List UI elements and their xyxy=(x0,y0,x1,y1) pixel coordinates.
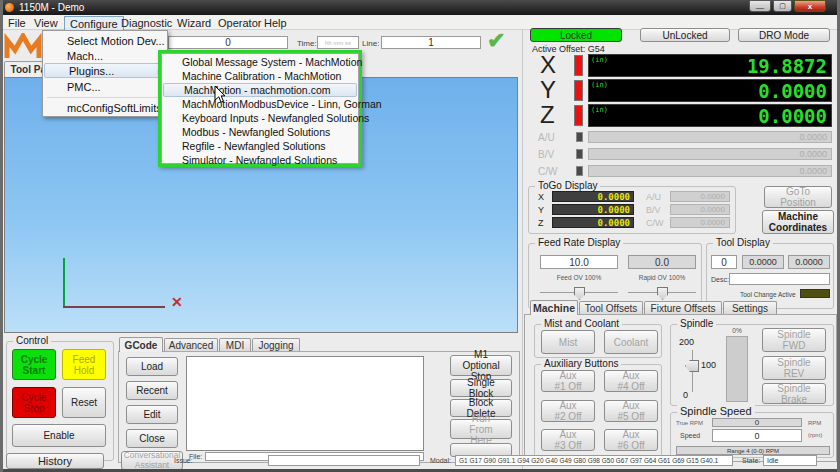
submenu-item-modbus[interactable]: Modbus - Newfangled Solutions xyxy=(162,125,358,139)
cycle-stop-button[interactable]: Cycle Stop xyxy=(12,387,56,418)
tab-fixture-offsets[interactable]: Fixture Offsets xyxy=(644,301,722,315)
aux4-button[interactable]: Aux #4 Off xyxy=(604,370,658,392)
spindle-scale-0: 0 xyxy=(683,390,688,400)
tab-jogging[interactable]: Jogging xyxy=(252,338,300,352)
gcode-list[interactable] xyxy=(186,356,424,451)
tool-number-field[interactable]: 0 xyxy=(711,255,737,269)
enable-button[interactable]: Enable xyxy=(12,424,106,447)
submenu-item-global-message-system[interactable]: Global Message System - MachMotion xyxy=(162,55,358,69)
tab-advanced[interactable]: Advanced xyxy=(164,338,218,352)
goto-position-button[interactable]: GoTo Position xyxy=(764,186,832,208)
spindle-rev-button[interactable]: Spindle REV xyxy=(762,356,826,380)
aux5-button[interactable]: Aux #5 Off xyxy=(604,400,658,422)
submenu-item-machmotion[interactable]: MachMotion - machmotion.com xyxy=(163,83,357,97)
togo-au-value: 0.0000 xyxy=(701,192,725,201)
submenu-item-regfile[interactable]: Regfile - Newfangled Solutions xyxy=(162,139,358,153)
tool-offset1-field: 0.0000 xyxy=(742,255,784,269)
menu-item-mach[interactable]: Mach... xyxy=(43,48,167,63)
tab-mdi-label: MDI xyxy=(226,340,244,351)
spindle-brake-button[interactable]: Spindle Brake xyxy=(762,383,826,404)
cycle-start-button[interactable]: Cycle Start xyxy=(12,349,56,380)
tool-offset1-value: 0.0000 xyxy=(749,257,777,267)
machine-coordinates-button[interactable]: Machine Coordinates xyxy=(762,210,834,234)
menu-diagnostic[interactable]: Diagnostic xyxy=(121,17,172,29)
menu-item-pmc[interactable]: PMC... xyxy=(43,79,167,94)
speed-unit: (rpm) xyxy=(808,432,822,438)
elapsed-field: 0 xyxy=(168,36,288,49)
submenu-item-keyboard-inputs[interactable]: Keyboard Inputs - Newfangled Solutions xyxy=(162,111,358,125)
desc-field[interactable] xyxy=(729,273,830,285)
submenu-item-machmotion-modbus-device[interactable]: MachMotionModbusDevice - Linn, Gorman xyxy=(162,97,358,111)
menu-view[interactable]: View xyxy=(34,17,58,29)
load-button[interactable]: Load xyxy=(126,357,178,376)
close-button-gcode[interactable]: Close xyxy=(126,429,178,448)
dro-cw-display: 0.0000 xyxy=(588,165,832,177)
locked-button[interactable]: Locked xyxy=(530,28,622,42)
mist-coolant-group-label: Mist and Coolant xyxy=(541,318,622,329)
tab-settings[interactable]: Settings xyxy=(723,301,777,315)
tab-machine[interactable]: Machine xyxy=(530,300,578,315)
ok-check-icon: ✔ xyxy=(487,28,505,54)
dro-z-value: 0.0000 xyxy=(758,105,827,127)
title-bar[interactable]: 1150M - Demo — ▢ x xyxy=(0,0,840,15)
reset-button[interactable]: Reset xyxy=(62,387,106,418)
dro-x-unit: (in) xyxy=(591,56,608,64)
m1-optional-stop-button[interactable]: M1 Optional Stop xyxy=(450,355,512,376)
spindle-fwd-button[interactable]: Spindle FWD xyxy=(762,328,826,352)
togo-x-value: 0.0000 xyxy=(597,192,630,202)
submenu-item-simulator[interactable]: Simulator - Newfangled Solutions xyxy=(162,153,358,167)
tab-gcode[interactable]: GCode xyxy=(119,337,163,352)
feed-rate-field[interactable]: 10.0 xyxy=(540,255,618,269)
run-from-here-button[interactable]: Run From Here xyxy=(450,419,512,439)
tab-mdi[interactable]: MDI xyxy=(219,338,251,352)
edit-button[interactable]: Edit xyxy=(126,405,178,424)
single-block-button[interactable]: Single Block xyxy=(450,379,512,397)
menu-item-pmc-label: PMC... xyxy=(67,81,101,93)
mist-button[interactable]: Mist xyxy=(541,330,595,354)
line-label: Line: xyxy=(362,39,379,48)
menu-separator xyxy=(47,97,165,98)
aux1-button[interactable]: Aux #1 Off xyxy=(541,370,595,392)
true-rpm-unit: RPM xyxy=(808,420,821,426)
aux6-button[interactable]: Aux #6 Off xyxy=(604,429,658,451)
rapid-ov-label: Rapid OV 100% xyxy=(628,274,696,281)
rapid-rate-value: 0.0 xyxy=(655,257,669,268)
auxiliary-group-label: Auxiliary Buttons xyxy=(541,358,621,369)
unlocked-button[interactable]: UnLocked xyxy=(640,28,730,42)
feed-hold-button[interactable]: Feed Hold xyxy=(62,349,106,380)
aux2-button[interactable]: Aux #2 Off xyxy=(541,400,595,422)
menu-wizard[interactable]: Wizard xyxy=(177,17,211,29)
menu-item-mcconfigsoftlimits[interactable]: mcConfigSoftLimits xyxy=(43,100,167,115)
feed-rate-group-label: Feed Rate Display xyxy=(535,237,623,248)
window-title: 1150M - Demo xyxy=(19,2,84,13)
history-button[interactable]: History xyxy=(6,453,104,469)
toolpath-y-axis-line xyxy=(63,258,65,308)
speed-label: Speed xyxy=(680,432,700,439)
minimize-button[interactable]: — xyxy=(749,0,771,12)
issue-label: Issue: xyxy=(174,457,193,464)
state-field: Idle xyxy=(763,455,817,466)
menu-item-plugins-label: Plugins... xyxy=(69,65,114,77)
aux3-button[interactable]: Aux #3 Off xyxy=(541,429,595,451)
tab-tool-offsets[interactable]: Tool Offsets xyxy=(579,301,643,315)
menu-item-select-motion-dev[interactable]: Select Motion Dev... xyxy=(43,33,167,48)
submenu-item-global-message-system-label: Global Message System - MachMotion xyxy=(182,56,362,68)
close-button[interactable]: x xyxy=(794,0,826,12)
recent-button[interactable]: Recent xyxy=(126,381,178,400)
coolant-button[interactable]: Coolant xyxy=(604,330,658,354)
togo-z-display: 0.0000 xyxy=(552,217,634,228)
togo-cw-label: C/W xyxy=(646,218,664,228)
maximize-button[interactable]: ▢ xyxy=(773,0,792,12)
dro-mode-button[interactable]: DRO Mode xyxy=(738,28,830,42)
togo-bv-label: B/V xyxy=(646,205,661,215)
control-group-label: Control xyxy=(13,335,51,346)
speed-field[interactable]: 0 xyxy=(712,429,802,442)
menu-file[interactable]: File xyxy=(8,17,26,29)
submenu-item-machine-calibration[interactable]: Machine Calibration - MachMotion xyxy=(162,69,358,83)
togo-bv-value: 0.0000 xyxy=(701,205,725,214)
togo-y-label: Y xyxy=(538,205,544,215)
menu-help[interactable]: Help xyxy=(264,17,287,29)
tab-jogging-label: Jogging xyxy=(258,340,293,351)
menu-item-plugins[interactable]: Plugins... ▸ xyxy=(44,63,167,78)
menu-operator[interactable]: Operator xyxy=(218,17,261,29)
